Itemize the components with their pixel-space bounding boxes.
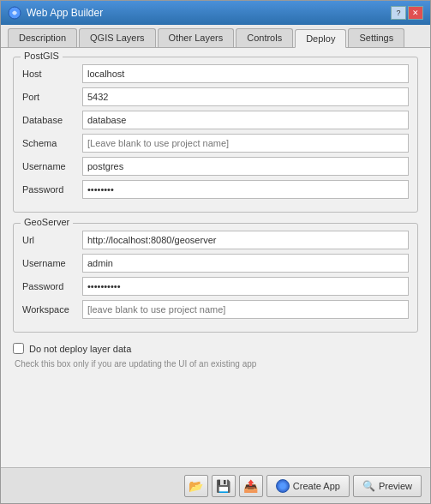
geoserver-password-row: Password bbox=[22, 277, 409, 296]
postgis-schema-label: Schema bbox=[22, 138, 82, 148]
geoserver-url-row: Url bbox=[22, 231, 409, 249]
postgis-port-label: Port bbox=[22, 92, 82, 102]
preview-icon: 🔍 bbox=[362, 480, 375, 492]
title-bar: Web App Builder ? ✕ bbox=[1, 1, 430, 25]
create-app-button[interactable]: Create App bbox=[266, 475, 350, 497]
postgis-password-label: Password bbox=[22, 184, 82, 195]
deploy-checkbox-label: Do not deploy layer data bbox=[29, 344, 131, 354]
geoserver-password-label: Password bbox=[22, 281, 82, 291]
geoserver-workspace-row: Workspace bbox=[22, 300, 409, 319]
open-icon: 📂 bbox=[189, 479, 203, 493]
app-icon bbox=[8, 6, 21, 20]
upload-button[interactable]: 📤 bbox=[239, 475, 263, 497]
title-bar-buttons: ? ✕ bbox=[391, 6, 423, 20]
geoserver-password-input[interactable] bbox=[82, 277, 409, 296]
globe-icon bbox=[276, 479, 290, 493]
postgis-host-row: Host bbox=[22, 64, 409, 83]
tab-settings[interactable]: Settings bbox=[348, 28, 404, 47]
help-button[interactable]: ? bbox=[391, 6, 406, 20]
preview-button[interactable]: 🔍 Preview bbox=[353, 475, 422, 497]
main-window: Web App Builder ? ✕ Description QGIS Lay… bbox=[0, 0, 431, 504]
postgis-database-label: Database bbox=[22, 115, 82, 125]
window-title: Web App Builder bbox=[27, 7, 103, 19]
geoserver-url-label: Url bbox=[22, 235, 82, 245]
postgis-host-label: Host bbox=[22, 69, 82, 79]
tabs-bar: Description QGIS Layers Other Layers Con… bbox=[1, 25, 430, 48]
postgis-database-row: Database bbox=[22, 111, 409, 129]
postgis-port-input[interactable] bbox=[82, 87, 409, 106]
deploy-hint: Check this box only if you are updating … bbox=[15, 359, 418, 369]
tab-controls[interactable]: Controls bbox=[236, 28, 293, 47]
geoserver-section: GeoServer Url Username Password Workspac… bbox=[13, 223, 418, 333]
tab-description[interactable]: Description bbox=[8, 28, 77, 47]
postgis-section: PostGIS Host Port Database Schema Userna… bbox=[13, 57, 418, 213]
geoserver-username-input[interactable] bbox=[82, 254, 409, 273]
save-button[interactable]: 💾 bbox=[212, 475, 236, 497]
open-button[interactable]: 📂 bbox=[184, 475, 208, 497]
bottom-toolbar: 📂 💾 📤 Create App 🔍 Preview bbox=[1, 467, 430, 503]
create-app-label: Create App bbox=[293, 481, 340, 491]
geoserver-username-row: Username bbox=[22, 254, 409, 273]
postgis-database-input[interactable] bbox=[82, 111, 409, 129]
postgis-username-input[interactable] bbox=[82, 157, 409, 176]
geoserver-username-label: Username bbox=[22, 258, 82, 268]
postgis-password-input[interactable] bbox=[82, 180, 409, 199]
tab-deploy[interactable]: Deploy bbox=[295, 29, 346, 48]
postgis-schema-row: Schema bbox=[22, 134, 409, 153]
upload-icon: 📤 bbox=[243, 479, 258, 493]
postgis-legend: PostGIS bbox=[21, 51, 63, 61]
postgis-username-label: Username bbox=[22, 161, 82, 171]
tab-qgis-layers[interactable]: QGIS Layers bbox=[79, 28, 156, 47]
postgis-password-row: Password bbox=[22, 180, 409, 199]
content-area: PostGIS Host Port Database Schema Userna… bbox=[1, 48, 430, 467]
deploy-checkbox-row: Do not deploy layer data bbox=[13, 343, 418, 354]
postgis-port-row: Port bbox=[22, 87, 409, 106]
tab-other-layers[interactable]: Other Layers bbox=[158, 28, 235, 47]
geoserver-workspace-input[interactable] bbox=[82, 300, 409, 319]
postgis-username-row: Username bbox=[22, 157, 409, 176]
geoserver-legend: GeoServer bbox=[21, 217, 73, 227]
preview-label: Preview bbox=[379, 481, 412, 491]
save-icon: 💾 bbox=[216, 479, 230, 493]
geoserver-url-input[interactable] bbox=[82, 231, 409, 249]
postgis-schema-input[interactable] bbox=[82, 134, 409, 153]
geoserver-workspace-label: Workspace bbox=[22, 304, 82, 315]
close-button[interactable]: ✕ bbox=[408, 6, 423, 20]
do-not-deploy-checkbox[interactable] bbox=[13, 343, 24, 354]
postgis-host-input[interactable] bbox=[82, 64, 409, 83]
title-bar-left: Web App Builder bbox=[8, 6, 103, 20]
